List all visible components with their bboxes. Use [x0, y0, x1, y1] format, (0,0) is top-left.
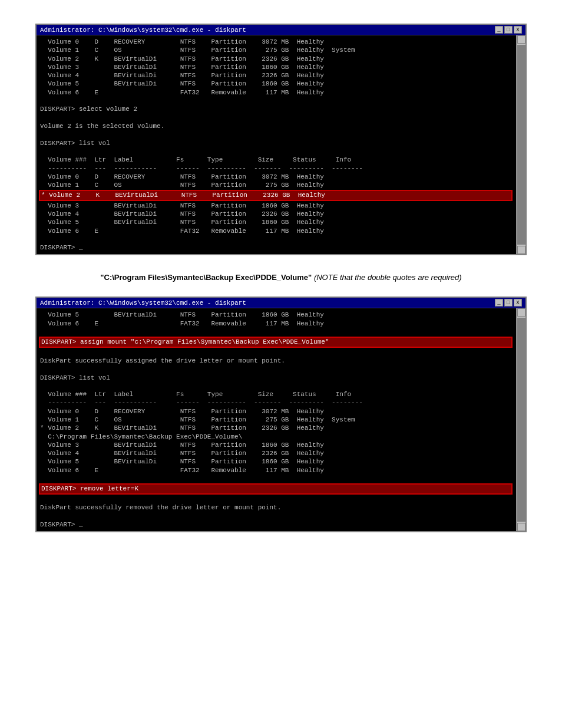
cmd-line: Volume 1 C OS NTFS Partition 275 GB Heal… [40, 181, 511, 189]
cmd-title-2: Administrator: C:\Windows\system32\cmd.e… [40, 299, 246, 307]
cmd-line: DiskPart successfully removed the drive … [40, 503, 511, 512]
cmd-line: Volume 0 D RECOVERY NTFS Partition 3072 … [40, 38, 511, 46]
cmd-line: DISKPART> _ [40, 243, 511, 252]
cmd-line [40, 147, 511, 156]
cmd-line [40, 348, 511, 357]
cmd-line: Volume 5 BEVirtualDi NTFS Partition 1860… [40, 311, 511, 319]
cmd-window-1[interactable]: Administrator: C:\Windows\system32\cmd.e… [35, 24, 527, 255]
cmd-titlebar-2: Administrator: C:\Windows\system32\cmd.e… [37, 298, 525, 308]
cmd-line: DISKPART> list vol [40, 139, 511, 147]
cmd-line [40, 495, 511, 503]
close-button-1[interactable]: X [514, 26, 522, 34]
cmd-line: Volume 6 E FAT32 Removable 117 MB Health… [40, 227, 511, 235]
cmd-line: Volume 5 BEVirtualDi NTFS Partition 1860… [40, 218, 511, 226]
cmd-body-1: Volume 0 D RECOVERY NTFS Partition 3072 … [37, 35, 525, 254]
cmd-line: Volume ### Ltr Label Fs Type Size Status… [40, 156, 511, 164]
close-button-2[interactable]: X [514, 299, 522, 307]
cmd-line: Volume 3 BEVirtualDi NTFS Partition 1860… [40, 202, 511, 210]
cmd-line: Volume 1 C OS NTFS Partition 275 GB Heal… [40, 46, 511, 54]
cmd-line: Volume 4 BEVirtualDi NTFS Partition 2326… [40, 449, 511, 457]
cmd-line: * Volume 2 K BEVirtualDi NTFS Partition … [39, 190, 513, 200]
cmd-line [40, 235, 511, 243]
scrollbar-up-2[interactable]: ▲ [517, 308, 525, 317]
minimize-button-1[interactable]: _ [495, 26, 503, 34]
cmd-line [40, 114, 511, 122]
cmd-line [40, 97, 511, 105]
cmd-line: Volume 2 K BEVirtualDi NTFS Partition 23… [40, 55, 511, 63]
cmd-window-2[interactable]: Administrator: C:\Windows\system32\cmd.e… [35, 297, 527, 532]
note-suffix: (NOTE that the double quotes are require… [314, 273, 462, 282]
cmd-content-2: Volume 5 BEVirtualDi NTFS Partition 1860… [40, 311, 522, 528]
cmd-line: Volume ### Ltr Label Fs Type Size Status… [40, 390, 511, 398]
cmd-scrollbar-2[interactable]: ▲ ▼ [516, 308, 525, 531]
cmd-line: DISKPART> assign mount "c:\Program Files… [39, 337, 513, 347]
scrollbar-down-1[interactable]: ▼ [517, 246, 525, 254]
cmd-scrollbar-1[interactable]: ▲ ▼ [516, 35, 525, 254]
cmd-line: * Volume 2 K BEVirtualDi NTFS Partition … [40, 424, 511, 432]
cmd-titlebar-buttons-2: _ □ X [495, 299, 522, 307]
cmd-line: Volume 0 D RECOVERY NTFS Partition 3072 … [40, 407, 511, 416]
cmd-line: Volume 1 C OS NTFS Partition 275 GB Heal… [40, 416, 511, 424]
cmd-line: Volume 4 BEVirtualDi NTFS Partition 2326… [40, 210, 511, 218]
cmd-line: Volume 3 BEVirtualDi NTFS Partition 1860… [40, 441, 511, 449]
cmd-line: DISKPART> select volume 2 [40, 105, 511, 113]
cmd-line [40, 475, 511, 483]
cmd-line: Volume 6 E FAT32 Removable 117 MB Health… [40, 466, 511, 475]
cmd-line: Volume 2 is the selected volume. [40, 122, 511, 130]
scrollbar-track-1[interactable] [517, 45, 525, 245]
cmd-line [40, 130, 511, 139]
scrollbar-up-1[interactable]: ▲ [517, 35, 525, 44]
cmd-line [40, 512, 511, 520]
cmd-titlebar-buttons-1: _ □ X [495, 26, 522, 34]
scrollbar-track-2[interactable] [517, 318, 525, 521]
cmd-line [40, 328, 511, 336]
cmd-line [40, 365, 511, 373]
cmd-line: Volume 6 E FAT32 Removable 117 MB Health… [40, 319, 511, 328]
cmd-line: ---------- --- ----------- ------ ------… [40, 164, 511, 172]
cmd-line: Volume 4 BEVirtualDi NTFS Partition 2326… [40, 71, 511, 80]
note-path: "C:\Program Files\Symantec\Backup Exec\P… [100, 273, 312, 282]
cmd-line [40, 382, 511, 390]
cmd-line: DISKPART> list vol [40, 374, 511, 382]
cmd-line: DISKPART> remove letter=K [39, 483, 513, 494]
cmd-content-1: Volume 0 D RECOVERY NTFS Partition 3072 … [40, 38, 522, 252]
minimize-button-2[interactable]: _ [495, 299, 503, 307]
cmd-line: Volume 5 BEVirtualDi NTFS Partition 1860… [40, 457, 511, 466]
cmd-line: DiskPart successfully assigned the drive… [40, 357, 511, 365]
cmd-titlebar-1: Administrator: C:\Windows\system32\cmd.e… [37, 25, 525, 35]
restore-button-2[interactable]: □ [504, 299, 513, 307]
cmd-line: ---------- --- ----------- ------ ------… [40, 398, 511, 407]
note-text: "C:\Program Files\Symantec\Backup Exec\P… [35, 273, 527, 282]
scrollbar-down-2[interactable]: ▼ [517, 523, 525, 531]
cmd-line: Volume 6 E FAT32 Removable 117 MB Health… [40, 88, 511, 97]
cmd-line: Volume 5 BEVirtualDi NTFS Partition 1860… [40, 80, 511, 88]
cmd-line: Volume 0 D RECOVERY NTFS Partition 3072 … [40, 173, 511, 181]
cmd-body-2: Volume 5 BEVirtualDi NTFS Partition 1860… [37, 308, 525, 531]
cmd-title-1: Administrator: C:\Windows\system32\cmd.e… [40, 27, 246, 34]
restore-button-1[interactable]: □ [504, 26, 513, 34]
cmd-line: Volume 3 BEVirtualDi NTFS Partition 1860… [40, 63, 511, 71]
cmd-line: C:\Program Files\Symantec\Backup Exec\PD… [40, 433, 511, 441]
cmd-line: DISKPART> _ [40, 521, 511, 529]
